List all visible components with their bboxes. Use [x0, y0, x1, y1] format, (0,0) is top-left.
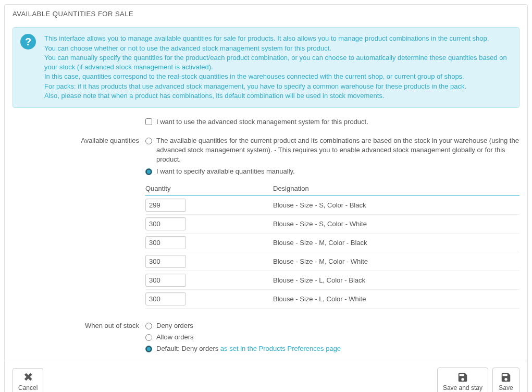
oos-default[interactable]: Default: Deny orders as set in the Produ…: [145, 344, 519, 353]
info-line: In this case, quantities correspond to t…: [44, 72, 512, 81]
dos-warehouse[interactable]: The available quantities for the current…: [145, 136, 519, 165]
out-of-stock-label: When out of stock: [13, 321, 145, 329]
designation-cell: Blouse - Size - L, Color - White: [273, 289, 519, 308]
designation-cell: Blouse - Size - L, Color - Black: [273, 271, 519, 289]
cancel-button-label: Cancel: [18, 384, 38, 391]
info-alert: ? This interface allows you to manage av…: [13, 27, 519, 108]
designation-cell: Blouse - Size - S, Color - Black: [273, 195, 519, 214]
dos-warehouse-label: The available quantities for the current…: [156, 136, 519, 165]
oos-allow[interactable]: Allow orders: [145, 333, 519, 342]
quantity-input[interactable]: [145, 274, 186, 287]
oos-default-link[interactable]: as set in the Products Preferences page: [220, 345, 341, 352]
asm-checkbox-label: I want to use the advanced stock managem…: [156, 117, 368, 127]
out-of-stock-row: When out of stock Deny orders Allow orde…: [13, 321, 519, 356]
table-row: Blouse - Size - M, Color - White: [145, 252, 519, 271]
quantity-input[interactable]: [145, 217, 186, 230]
depends-on-stock-row: Available quantities The available quant…: [13, 136, 519, 318]
info-line: You can choose whether or not to use the…: [44, 44, 512, 53]
quantity-input[interactable]: [145, 292, 186, 305]
quantity-input[interactable]: [145, 199, 186, 212]
info-line: Also, please note that when a product ha…: [44, 91, 512, 101]
designation-cell: Blouse - Size - M, Color - White: [273, 252, 519, 271]
quantity-input[interactable]: [145, 236, 186, 249]
panel-body: ? This interface allows you to manage av…: [5, 27, 527, 356]
asm-row: I want to use the advanced stock managem…: [13, 117, 519, 133]
table-row: Blouse - Size - L, Color - Black: [145, 271, 519, 289]
th-designation: Designation: [273, 180, 519, 196]
info-line: For packs: if it has products that use a…: [44, 82, 512, 91]
cancel-button[interactable]: Cancel: [13, 368, 43, 392]
designation-cell: Blouse - Size - M, Color - Black: [273, 233, 519, 252]
panel-footer: Cancel Save and stay Save: [5, 361, 527, 392]
help-icon: ?: [20, 34, 36, 50]
table-row: Blouse - Size - S, Color - Black: [145, 195, 519, 214]
panel-title: AVAILABLE QUANTITIES FOR SALE: [5, 5, 527, 23]
oos-default-pre: Default: Deny orders: [156, 345, 220, 352]
oos-deny-label: Deny orders: [156, 321, 193, 330]
table-row: Blouse - Size - M, Color - Black: [145, 233, 519, 252]
save-icon: [457, 372, 468, 383]
table-row: Blouse - Size - L, Color - White: [145, 289, 519, 308]
oos-allow-radio[interactable]: [145, 334, 152, 341]
save-label: Save: [499, 384, 513, 391]
dos-warehouse-radio[interactable]: [145, 138, 152, 144]
dos-manual-label: I want to specify available quantities m…: [156, 167, 295, 176]
asm-checkbox[interactable]: [145, 118, 152, 125]
th-quantity: Quantity: [145, 180, 273, 196]
oos-default-radio[interactable]: [145, 346, 152, 352]
oos-deny-radio[interactable]: [145, 323, 152, 329]
save-button[interactable]: Save: [492, 368, 519, 392]
info-line: This interface allows you to manage avai…: [44, 34, 512, 43]
quantities-table: Quantity Designation Blouse - Size - S, …: [145, 180, 519, 309]
asm-checkbox-row[interactable]: I want to use the advanced stock managem…: [145, 117, 519, 127]
quantities-panel: AVAILABLE QUANTITIES FOR SALE ? This int…: [4, 4, 528, 392]
asm-label-empty: [13, 117, 145, 118]
designation-cell: Blouse - Size - S, Color - White: [273, 214, 519, 233]
quantity-input[interactable]: [145, 255, 186, 268]
save-and-stay-label: Save and stay: [443, 384, 482, 391]
dos-manual[interactable]: I want to specify available quantities m…: [145, 167, 519, 176]
oos-allow-label: Allow orders: [156, 333, 194, 342]
info-line: You can manually specify the quantities …: [44, 53, 512, 71]
close-icon: [23, 372, 33, 383]
available-quantities-label: Available quantities: [13, 136, 145, 144]
save-and-stay-button[interactable]: Save and stay: [437, 368, 488, 392]
dos-manual-radio[interactable]: [145, 168, 152, 175]
oos-deny[interactable]: Deny orders: [145, 321, 519, 330]
save-buttons: Save and stay Save: [437, 368, 519, 392]
table-row: Blouse - Size - S, Color - White: [145, 214, 519, 233]
save-icon: [500, 372, 512, 383]
